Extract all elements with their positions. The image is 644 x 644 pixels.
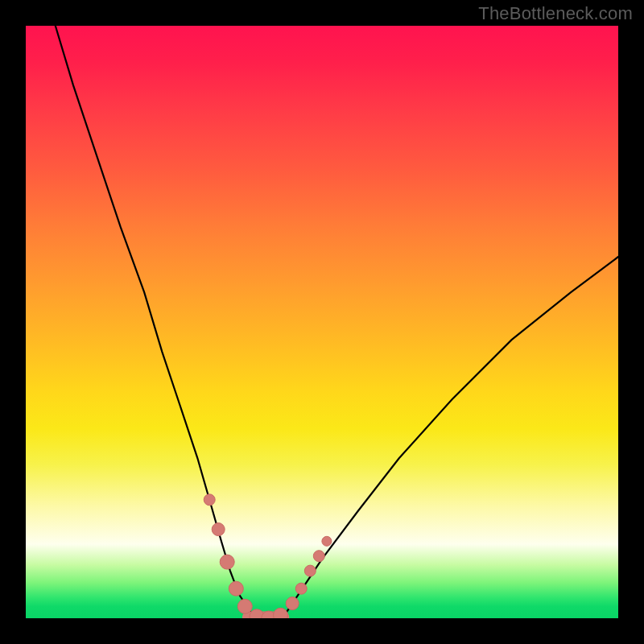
curve-marker — [220, 555, 234, 569]
curve-marker — [295, 583, 307, 594]
curve-marker — [322, 536, 332, 546]
curve-marker — [237, 599, 252, 613]
curve-marker — [313, 551, 324, 562]
chart-frame: TheBottleneck.com — [0, 0, 644, 644]
plot-area — [26, 26, 618, 618]
curve-marker — [229, 581, 243, 596]
curve-marker — [304, 565, 316, 576]
chart-svg — [26, 26, 618, 618]
curve-marker — [274, 608, 288, 618]
curve-marker — [204, 494, 215, 506]
watermark-text: TheBottleneck.com — [478, 3, 633, 24]
curve-marker — [286, 597, 299, 610]
curve-marker — [212, 523, 225, 536]
bottleneck-curve — [56, 26, 618, 618]
markers-group — [204, 494, 332, 618]
